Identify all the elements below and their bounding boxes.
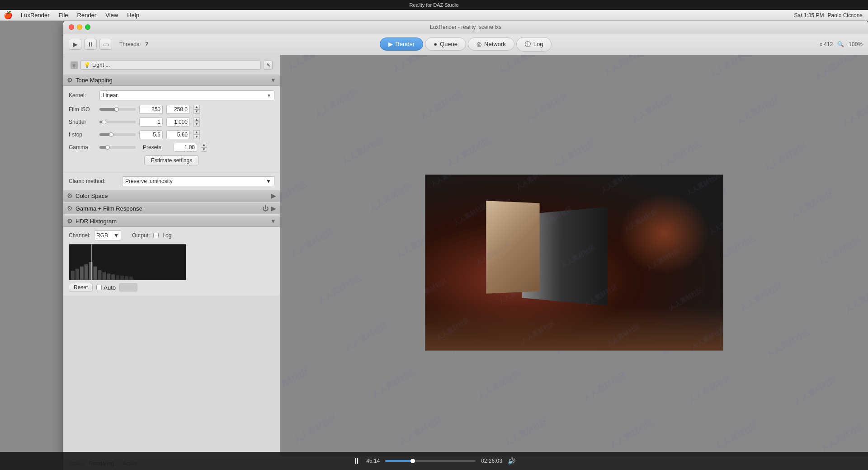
content-area: ≡ 💡 Light ... ✎ ⚙ Tone Mapping ▼ Kernel: (63, 55, 868, 456)
rect-button[interactable]: ▭ (99, 39, 112, 50)
apple-menu[interactable]: 🍎 (4, 11, 13, 19)
clamp-arrow-icon: ▼ (266, 178, 271, 184)
gamma-down[interactable]: ▼ (201, 147, 207, 152)
light-edit-button[interactable]: ✎ (264, 61, 273, 70)
tab-network[interactable]: ◎ Network (468, 38, 514, 51)
tab-queue[interactable]: ● Queue (425, 38, 466, 51)
hdr-histogram-header[interactable]: ⚙ HDR Histogram ▼ (63, 215, 280, 227)
progress-thumb[interactable] (410, 459, 415, 463)
menubar: 🍎 LuxRender File Render View Help Sat 1:… (0, 10, 868, 21)
play-button[interactable]: ▶ (69, 39, 81, 50)
reset-button[interactable]: Reset (69, 283, 93, 292)
queue-tab-label: Queue (440, 41, 458, 47)
main-window: LuxRender - reality_scene.lxs ▶ ⏸ ▭ Thre… (63, 21, 868, 470)
shutter-slider[interactable] (99, 121, 136, 123)
video-controls: ⏸ 45:14 02:26:03 🔊 (0, 452, 868, 470)
fstop-down[interactable]: ▼ (193, 135, 200, 139)
light-selector-icon: ≡ (71, 61, 78, 69)
tone-mapping-title: Tone Mapping (75, 77, 270, 84)
threads-label: Threads: (119, 41, 141, 47)
minimize-button[interactable] (77, 24, 82, 30)
fstop-input2[interactable] (166, 130, 190, 139)
color-space-title: Color Space (75, 193, 271, 199)
color-space-header[interactable]: ⚙ Color Space ▶ (63, 190, 280, 202)
film-iso-input1[interactable] (139, 105, 163, 114)
clamp-label: Clamp method: (69, 178, 118, 184)
color-space-toggle[interactable]: ▶ (271, 192, 276, 199)
gamma-power-icon[interactable]: ⏻ (262, 205, 269, 212)
fstop-stepper[interactable]: ▲ ▼ (193, 130, 200, 139)
channel-arrow-icon: ▼ (113, 232, 119, 239)
presets-input[interactable] (174, 143, 197, 152)
tone-mapping-toggle[interactable]: ▼ (270, 76, 276, 84)
gamma-film-toggle[interactable]: ▶ (271, 205, 276, 212)
render-tab-label: Render (396, 41, 415, 47)
tone-mapping-icon: ⚙ (67, 76, 73, 84)
svg-rect-12 (120, 276, 124, 280)
tab-render[interactable]: ▶ Render (380, 38, 424, 51)
log-tab-label: Log (533, 41, 543, 47)
zoom-level: 100% (849, 41, 863, 47)
network-tab-icon: ◎ (476, 41, 481, 47)
menubar-luxrender[interactable]: LuxRender (16, 11, 54, 19)
hdr-histogram-icon: ⚙ (67, 217, 73, 225)
window-title: LuxRender - reality_scene.lxs (430, 24, 501, 30)
svg-rect-7 (98, 270, 102, 280)
menubar-right: Sat 1:35 PM Paolo Ciccone (794, 12, 863, 19)
film-iso-down[interactable]: ▼ (193, 109, 200, 114)
gamma-stepper[interactable]: ▲ ▼ (201, 143, 207, 152)
fstop-label: f-stop (69, 132, 96, 138)
gamma-up[interactable]: ▲ (201, 143, 207, 147)
shutter-input2[interactable] (166, 118, 190, 127)
fstop-up[interactable]: ▲ (193, 130, 200, 135)
gamma-film-icon: ⚙ (67, 205, 73, 212)
auto-label: Auto (104, 284, 116, 291)
film-iso-up[interactable]: ▲ (193, 105, 200, 109)
shutter-stepper[interactable]: ▲ ▼ (193, 118, 200, 127)
tone-mapping-content: Kernel: Linear ▼ Film ISO (63, 86, 280, 172)
log-checkbox[interactable] (153, 233, 159, 238)
close-button[interactable] (69, 24, 74, 30)
tone-mapping-header[interactable]: ⚙ Tone Mapping ▼ (63, 74, 280, 86)
window-titlebar: LuxRender - reality_scene.lxs (63, 21, 868, 33)
clamp-select[interactable]: Preserve luminosity ▼ (122, 176, 274, 186)
toolbar: ▶ ⏸ ▭ Threads: ? ▶ Render ● Queue ◎ Netw… (63, 33, 868, 55)
shutter-down[interactable]: ▼ (193, 122, 200, 127)
kernel-value: Linear (103, 92, 118, 99)
film-iso-slider[interactable] (99, 108, 136, 111)
menubar-view[interactable]: View (101, 11, 123, 19)
hdr-histogram-toggle[interactable]: ▼ (270, 217, 276, 225)
svg-rect-10 (111, 274, 115, 280)
kernel-arrow-icon: ▼ (267, 93, 271, 98)
tab-log[interactable]: ⓘ Log (516, 37, 552, 52)
kernel-select[interactable]: Linear ▼ (99, 90, 274, 100)
estimate-settings-button[interactable]: Estimate settings (144, 155, 199, 165)
queue-tab-icon: ● (434, 41, 437, 47)
menubar-render[interactable]: Render (73, 11, 101, 19)
auto-checkbox[interactable] (96, 285, 102, 290)
shutter-input1[interactable] (139, 118, 163, 127)
gamma-film-header[interactable]: ⚙ Gamma + Film Response ⏻ ▶ (63, 202, 280, 214)
shutter-up[interactable]: ▲ (193, 118, 200, 122)
fstop-input1[interactable] (139, 130, 163, 139)
progress-bar[interactable] (385, 460, 476, 462)
gamma-slider[interactable] (99, 146, 136, 149)
fstop-slider[interactable] (99, 133, 136, 136)
svg-rect-8 (102, 272, 106, 280)
render-tab-icon: ▶ (388, 41, 393, 47)
channel-select[interactable]: RGB ▼ (94, 230, 121, 240)
pause-button[interactable]: ⏸ (84, 39, 97, 50)
maximize-button[interactable] (85, 24, 90, 30)
menubar-file[interactable]: File (54, 11, 73, 19)
svg-rect-1 (71, 271, 75, 280)
play-pause-button[interactable]: ⏸ (353, 456, 361, 466)
film-iso-stepper[interactable]: ▲ ▼ (193, 105, 200, 114)
hdr-histogram-section: ⚙ HDR Histogram ▼ Channel: RGB ▼ Output:… (63, 215, 280, 296)
light-selector-label[interactable]: 💡 Light ... (80, 61, 261, 70)
film-iso-input2[interactable] (166, 105, 190, 114)
light-bulb-icon: 💡 (84, 62, 90, 68)
toolbar-left: ▶ ⏸ ▭ Threads: ? (69, 39, 148, 50)
outer-left-panel (0, 21, 63, 452)
menubar-help[interactable]: Help (123, 11, 144, 19)
volume-icon[interactable]: 🔊 (508, 457, 515, 465)
